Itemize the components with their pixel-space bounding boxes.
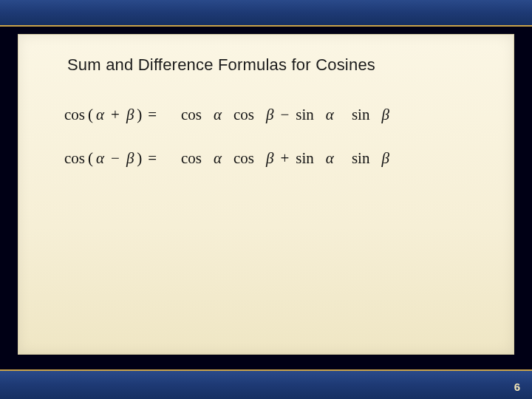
sin-fn: sin [294, 149, 316, 168]
slide-heading: Sum and Difference Formulas for Cosines [67, 55, 375, 75]
rparen: ) [135, 149, 143, 168]
minus-operator: − [276, 106, 295, 124]
slide: Sum and Difference Formulas for Cosines … [0, 0, 532, 399]
equals-sign: = [143, 106, 167, 124]
plus-operator: + [276, 149, 295, 168]
cos-fn: cos [232, 149, 256, 168]
lparen: ( [86, 106, 95, 124]
formula-lhs: cos ( α + β ) = [63, 106, 180, 124]
beta-symbol: β [380, 106, 390, 124]
sin-fn: sin [294, 106, 316, 124]
beta-symbol: β [125, 106, 135, 124]
formula-lhs: cos ( α − β ) = [63, 149, 180, 168]
formula-row: cos ( α + β ) = cos α cos β − [63, 106, 484, 124]
beta-symbol: β [265, 106, 275, 124]
cos-fn: cos [63, 149, 86, 168]
alpha-symbol: α [212, 149, 223, 168]
alpha-symbol: α [324, 149, 335, 168]
beta-symbol: β [265, 149, 275, 168]
sin-fn: sin [350, 149, 372, 168]
alpha-symbol: α [95, 149, 106, 168]
bottom-bar: 6 [0, 369, 532, 399]
cos-fn: cos [232, 106, 256, 124]
formula-row: cos ( α − β ) = cos α cos β + [63, 149, 484, 168]
content-area: Sum and Difference Formulas for Cosines … [18, 34, 514, 355]
alpha-symbol: α [324, 106, 335, 124]
alpha-symbol: α [95, 106, 106, 124]
formula-rhs: cos α cos β + sin α sin β [180, 149, 391, 168]
beta-symbol: β [380, 149, 390, 168]
formula-list: cos ( α + β ) = cos α cos β − [63, 106, 484, 193]
alpha-symbol: α [212, 106, 223, 124]
lparen: ( [86, 149, 95, 168]
equals-sign: = [143, 149, 167, 168]
cos-fn: cos [63, 106, 86, 124]
page-number: 6 [514, 381, 520, 393]
plus-operator: + [106, 106, 125, 124]
minus-operator: − [106, 149, 125, 168]
cos-fn: cos [180, 106, 203, 124]
cos-fn: cos [180, 149, 203, 168]
top-bar [0, 0, 532, 27]
sin-fn: sin [350, 106, 372, 124]
formula-rhs: cos α cos β − sin α sin β [180, 106, 391, 124]
beta-symbol: β [125, 149, 135, 168]
rparen: ) [135, 106, 143, 124]
